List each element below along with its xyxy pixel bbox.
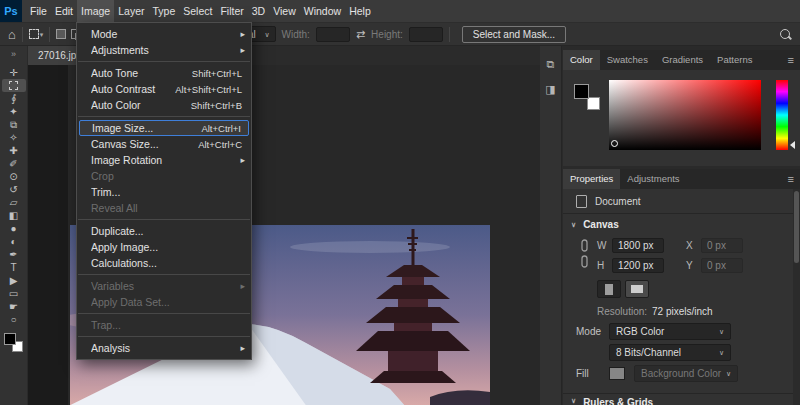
select-and-mask-button[interactable]: Select and Mask...	[462, 26, 566, 43]
rectangle-tool[interactable]: ▭	[2, 287, 26, 300]
portrait-orientation-button[interactable]	[597, 280, 621, 298]
photoshop-logo-icon[interactable]: Ps	[0, 0, 22, 22]
eyedropper-tool[interactable]: ✧	[2, 131, 26, 144]
marquee-icon	[29, 29, 39, 39]
zoom-tool[interactable]: ○	[2, 313, 26, 326]
menu-item-apply-image[interactable]: Apply Image...	[77, 239, 251, 255]
quick-selection-tool[interactable]: ✦	[2, 105, 26, 118]
menu-item-adjustments[interactable]: Adjustments▸	[77, 42, 251, 58]
canvas-width-input[interactable]: 1800 px	[612, 238, 664, 253]
panel-menu-icon[interactable]: ≡	[788, 169, 794, 189]
submenu-arrow-icon: ▸	[240, 343, 245, 353]
menu-separator	[78, 336, 250, 337]
chevron-down-icon: ∨	[719, 328, 724, 335]
right-dock: ⧉ ◨ Color Swatches Gradients Patterns ≡	[540, 46, 800, 405]
chevron-down-icon: ∨	[726, 370, 731, 377]
menu-item-auto-color[interactable]: Auto ColorShift+Ctrl+B	[77, 97, 251, 113]
menubar-item-select[interactable]: Select	[179, 0, 216, 22]
canvas-section-header[interactable]: ∨ Canvas	[563, 214, 800, 235]
eraser-tool[interactable]: ▱	[2, 196, 26, 209]
properties-panel-body: Document ∨ Canvas W 1800 px	[563, 189, 800, 405]
menu-item-analysis[interactable]: Analysis▸	[77, 340, 251, 356]
menu-item-trap: Trap...	[77, 317, 251, 333]
toolbar-toggle-icon[interactable]: »	[11, 49, 16, 59]
bit-depth-select[interactable]: 8 Bits/Channel ∨	[609, 344, 731, 361]
zoom-tool-icon: ○	[10, 314, 16, 325]
tool-bar: » ✛ ∮ ✦ ⧉ ✧ ✚ ✐ ⊙ ↺ ▱ ◧ ● ◐ ✒ T ▶ ▭ ☛ ○	[0, 46, 28, 405]
spot-healing-brush-tool[interactable]: ✚	[2, 144, 26, 157]
width-label: Width:	[282, 29, 310, 40]
menu-item-image-size[interactable]: Image Size...Alt+Ctrl+I	[79, 120, 249, 136]
saturation-brightness-picker[interactable]	[609, 80, 761, 150]
menubar-item-view[interactable]: View	[269, 0, 300, 22]
lasso-tool[interactable]: ∮	[2, 92, 26, 105]
swap-width-height-icon[interactable]: ⇄	[356, 28, 365, 41]
tab-patterns[interactable]: Patterns	[710, 50, 759, 70]
menu-item-image-rotation[interactable]: Image Rotation▸	[77, 152, 251, 168]
gradient-tool[interactable]: ◧	[2, 209, 26, 222]
tab-swatches[interactable]: Swatches	[600, 50, 655, 70]
menubar-item-file[interactable]: File	[26, 0, 51, 22]
foreground-background-swatches[interactable]	[4, 333, 23, 352]
tab-properties[interactable]: Properties	[563, 169, 620, 189]
rectangular-marquee-tool[interactable]	[2, 79, 26, 92]
color-picker-cursor[interactable]	[611, 140, 618, 147]
menubar-item-window[interactable]: Window	[300, 0, 345, 22]
tab-adjustments[interactable]: Adjustments	[620, 169, 686, 189]
menubar-item-layer[interactable]: Layer	[114, 0, 148, 22]
menu-bar: Ps File Edit Image Layer Type Select Fil…	[0, 0, 800, 22]
shortcut-label: Alt+Ctrl+C	[198, 139, 242, 150]
fill-select: Background Color ∨	[634, 365, 738, 382]
fill-color-swatch	[609, 367, 625, 380]
width-input[interactable]	[316, 27, 350, 42]
landscape-orientation-button[interactable]	[625, 280, 649, 298]
color-swatch-pair[interactable]	[574, 84, 600, 110]
menubar-item-3d[interactable]: 3D	[248, 0, 269, 22]
active-tool-preset-button[interactable]: ▾	[29, 29, 44, 39]
hue-slider[interactable]	[776, 80, 788, 150]
menu-item-mode[interactable]: Mode▸	[77, 26, 251, 42]
rulers-grids-section-header[interactable]: ∨ Rulers & Grids	[563, 393, 800, 405]
tab-gradients[interactable]: Gradients	[655, 50, 710, 70]
blur-tool[interactable]: ●	[2, 222, 26, 235]
pen-tool[interactable]: ✒	[2, 248, 26, 261]
height-input[interactable]	[409, 27, 443, 42]
panel-menu-icon[interactable]: ≡	[788, 50, 794, 70]
scrollbar-thumb[interactable]	[794, 191, 799, 263]
hand-tool[interactable]: ☛	[2, 300, 26, 313]
menubar-item-type[interactable]: Type	[148, 0, 179, 22]
collapsed-panel-icon-1[interactable]: ⧉	[547, 58, 555, 71]
properties-scrollbar[interactable]	[793, 189, 800, 405]
type-tool[interactable]: T	[2, 261, 26, 274]
clone-stamp-tool[interactable]: ⊙	[2, 170, 26, 183]
menubar-item-help[interactable]: Help	[345, 0, 375, 22]
menubar-item-image[interactable]: Image	[77, 0, 114, 22]
color-mode-select[interactable]: RGB Color ∨	[609, 323, 731, 340]
separator	[22, 27, 23, 42]
new-selection-icon[interactable]	[56, 29, 66, 39]
menu-item-calculations[interactable]: Calculations...	[77, 255, 251, 271]
collapsed-panel-icon-2[interactable]: ◨	[545, 83, 555, 96]
dodge-tool[interactable]: ◐	[2, 235, 26, 248]
crop-tool[interactable]: ⧉	[2, 118, 26, 131]
menu-item-auto-tone[interactable]: Auto ToneShift+Ctrl+L	[77, 65, 251, 81]
properties-panel: Properties Adjustments ≡ Document ∨ Canv…	[563, 169, 800, 405]
menu-item-duplicate[interactable]: Duplicate...	[77, 223, 251, 239]
menu-item-auto-contrast[interactable]: Auto ContrastAlt+Shift+Ctrl+L	[77, 81, 251, 97]
hue-slider-marker[interactable]	[790, 141, 795, 149]
search-icon[interactable]	[779, 28, 792, 41]
menubar-item-filter[interactable]: Filter	[216, 0, 247, 22]
menu-item-trim[interactable]: Trim...	[77, 184, 251, 200]
brush-tool[interactable]: ✐	[2, 157, 26, 170]
chevron-down-icon: ∨	[571, 397, 576, 404]
collapsed-panel-strip: ⧉ ◨	[540, 46, 562, 405]
home-icon[interactable]: ⌂	[8, 28, 16, 41]
move-tool[interactable]: ✛	[2, 66, 26, 79]
menu-item-canvas-size[interactable]: Canvas Size...Alt+Ctrl+C	[77, 136, 251, 152]
tab-color[interactable]: Color	[563, 50, 600, 70]
canvas-height-input[interactable]: 1200 px	[612, 258, 664, 273]
menubar-item-edit[interactable]: Edit	[51, 0, 77, 22]
canvas-section-title: Canvas	[583, 219, 619, 230]
path-selection-tool[interactable]: ▶	[2, 274, 26, 287]
history-brush-tool[interactable]: ↺	[2, 183, 26, 196]
